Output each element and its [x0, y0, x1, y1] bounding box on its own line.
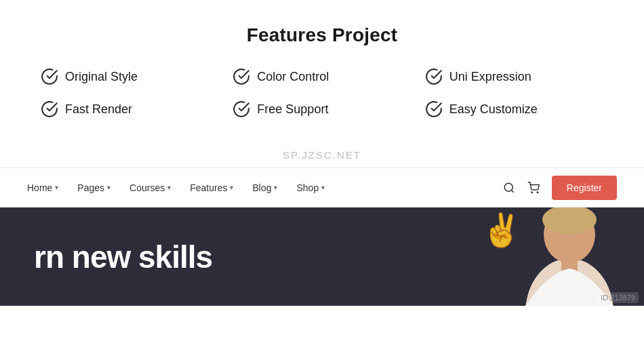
nav-label-courses: Courses	[129, 182, 165, 193]
nav-label-shop: Shop	[296, 182, 319, 193]
chevron-down-icon: ▾	[274, 184, 277, 191]
chevron-down-icon: ▾	[230, 184, 233, 191]
feature-item-uni-expression: Uni Expression	[425, 68, 603, 85]
features-title: Features Project	[41, 24, 603, 46]
feature-label: Fast Render	[65, 102, 132, 117]
nav-item-pages[interactable]: Pages ▾	[77, 182, 110, 193]
svg-text:✌: ✌	[481, 211, 522, 250]
hero-person-illustration: ✌	[359, 207, 644, 306]
feature-label: Uni Expression	[449, 70, 531, 84]
check-circle-icon	[425, 100, 443, 118]
svg-line-1	[511, 190, 513, 192]
check-circle-icon	[425, 68, 443, 85]
nav-label-pages: Pages	[77, 182, 104, 193]
feature-item-color-control: Color Control	[233, 68, 411, 85]
chevron-down-icon: ▾	[55, 184, 58, 191]
features-section: Features Project Original Style Color Co…	[0, 0, 644, 145]
navbar: Home ▾ Pages ▾ Courses ▾ Features ▾ Blog…	[0, 168, 644, 207]
feature-label: Color Control	[257, 70, 329, 84]
features-grid: Original Style Color Control Uni Express…	[41, 68, 603, 118]
nav-item-features[interactable]: Features ▾	[190, 182, 233, 193]
nav-label-home: Home	[27, 182, 52, 193]
chevron-down-icon: ▾	[107, 184, 110, 191]
feature-item-free-support: Free Support	[233, 100, 411, 118]
check-circle-icon	[233, 100, 250, 118]
id-badge: ID:213879	[597, 292, 639, 303]
nav-links: Home ▾ Pages ▾ Courses ▾ Features ▾ Blog…	[27, 182, 325, 193]
cart-button[interactable]	[527, 182, 540, 194]
watermark: SP.JZSC.NET	[0, 145, 644, 167]
nav-actions: Register	[503, 176, 617, 200]
nav-item-shop[interactable]: Shop ▾	[296, 182, 325, 193]
nav-item-courses[interactable]: Courses ▾	[129, 182, 171, 193]
check-circle-icon	[41, 100, 58, 118]
check-circle-icon	[41, 68, 58, 85]
feature-label: Original Style	[65, 70, 138, 84]
feature-label: Free Support	[257, 102, 328, 117]
check-circle-icon	[233, 68, 250, 85]
feature-item-easy-customize: Easy Customize	[425, 100, 603, 118]
hero-text: rn new skills	[34, 239, 212, 275]
cart-icon	[527, 182, 540, 194]
nav-label-features: Features	[190, 182, 227, 193]
register-button[interactable]: Register	[552, 176, 617, 200]
chevron-down-icon: ▾	[321, 184, 325, 191]
hero-section: rn new skills ✌ ID:213879	[0, 207, 644, 306]
svg-point-2	[531, 192, 533, 193]
nav-item-blog[interactable]: Blog ▾	[252, 182, 277, 193]
hero-image-area: ✌	[359, 207, 644, 306]
svg-point-0	[504, 183, 512, 191]
chevron-down-icon: ▾	[167, 184, 171, 191]
search-icon	[503, 182, 515, 194]
svg-point-3	[537, 192, 538, 193]
nav-item-home[interactable]: Home ▾	[27, 182, 58, 193]
nav-label-blog: Blog	[252, 182, 271, 193]
feature-item-original-style: Original Style	[41, 68, 219, 85]
feature-item-fast-render: Fast Render	[41, 100, 219, 118]
feature-label: Easy Customize	[449, 102, 538, 117]
search-button[interactable]	[503, 182, 515, 194]
